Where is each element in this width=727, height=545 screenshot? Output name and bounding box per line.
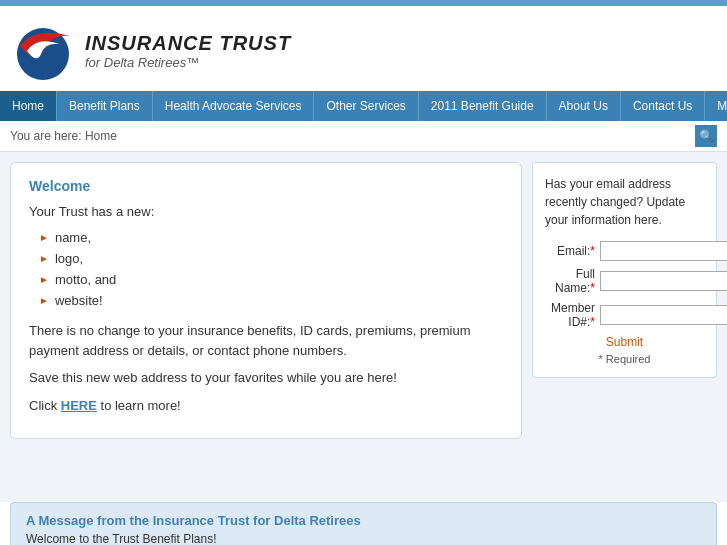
welcome-body1: There is no change to your insurance ben…	[29, 321, 503, 360]
bottom-message: A Message from the Insurance Trust for D…	[10, 502, 717, 545]
list-item: ►logo,	[39, 248, 503, 269]
welcome-box: Welcome Your Trust has a new: ►name, ►lo…	[10, 162, 522, 439]
logo-title: INSURANCE TRUST	[85, 32, 291, 55]
left-panel: Welcome Your Trust has a new: ►name, ►lo…	[10, 162, 522, 492]
main-content: Welcome Your Trust has a new: ►name, ►lo…	[0, 152, 727, 502]
nav-item-benefit-guide[interactable]: 2011 Benefit Guide	[419, 91, 547, 121]
memberid-label: MemberID#:*	[545, 301, 600, 329]
main-nav: Home Benefit Plans Health Advocate Servi…	[0, 91, 727, 121]
logo-text: INSURANCE TRUST for Delta Retirees™	[85, 32, 291, 70]
nav-item-home[interactable]: Home	[0, 91, 57, 121]
submit-area: Submit	[545, 335, 704, 349]
list-item: ►name,	[39, 227, 503, 248]
nav-item-other-services[interactable]: Other Services	[314, 91, 418, 121]
email-description: Has your email address recently changed?…	[545, 175, 704, 229]
breadcrumb-bar: You are here: Home 🔍	[0, 121, 727, 152]
fullname-row: FullName:*	[545, 267, 704, 295]
bullet-arrow-icon: ►	[39, 253, 49, 264]
nav-item-health-advocate[interactable]: Health Advocate Services	[153, 91, 315, 121]
welcome-title: Welcome	[29, 178, 503, 194]
email-input[interactable]	[600, 241, 727, 261]
nav-item-my-account[interactable]: My Account	[705, 91, 727, 121]
list-item: ►website!	[39, 290, 503, 311]
breadcrumb-search: 🔍	[695, 125, 717, 147]
logo-area: INSURANCE TRUST for Delta Retirees™	[15, 16, 291, 86]
required-note: * Required	[545, 353, 704, 365]
email-label: Email:*	[545, 244, 600, 258]
bullet-arrow-icon: ►	[39, 232, 49, 243]
nav-item-benefit-plans[interactable]: Benefit Plans	[57, 91, 153, 121]
welcome-intro: Your Trust has a new:	[29, 204, 503, 219]
header: INSURANCE TRUST for Delta Retirees™	[0, 6, 727, 91]
email-row: Email:*	[545, 241, 704, 261]
bullet-list: ►name, ►logo, ►motto, and ►website!	[39, 227, 503, 311]
right-panel: Has your email address recently changed?…	[532, 162, 717, 492]
fullname-label: FullName:*	[545, 267, 600, 295]
memberid-row: MemberID#:*	[545, 301, 704, 329]
bottom-message-title: A Message from the Insurance Trust for D…	[26, 513, 701, 528]
logo-icon	[15, 16, 85, 86]
nav-item-about-us[interactable]: About Us	[547, 91, 621, 121]
fullname-input[interactable]	[600, 271, 727, 291]
breadcrumb: You are here: Home	[10, 129, 117, 143]
bottom-message-text: Welcome to the Trust Benefit Plans!	[26, 532, 701, 545]
bullet-arrow-icon: ►	[39, 295, 49, 306]
list-item: ►motto, and	[39, 269, 503, 290]
welcome-body3: Click HERE to learn more!	[29, 396, 503, 416]
here-link[interactable]: HERE	[61, 398, 97, 413]
memberid-input[interactable]	[600, 305, 727, 325]
nav-item-contact-us[interactable]: Contact Us	[621, 91, 705, 121]
bullet-arrow-icon: ►	[39, 274, 49, 285]
welcome-body2: Save this new web address to your favori…	[29, 368, 503, 388]
submit-button[interactable]: Submit	[606, 335, 643, 349]
logo-subtitle: for Delta Retirees™	[85, 55, 291, 70]
email-box: Has your email address recently changed?…	[532, 162, 717, 378]
search-button[interactable]: 🔍	[695, 125, 717, 147]
